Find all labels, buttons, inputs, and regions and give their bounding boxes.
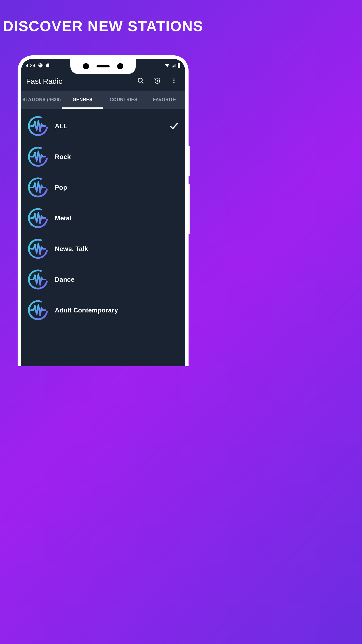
genre-list[interactable]: ALL Rock Pop Metal News, Talk Dance Adul…	[21, 109, 185, 328]
tab-label: COUNTRIES	[110, 97, 138, 102]
svg-point-5	[173, 78, 174, 79]
alarm-button[interactable]	[151, 75, 163, 87]
genre-item[interactable]: ALL	[21, 111, 185, 141]
waveform-icon	[27, 207, 49, 229]
tab-bar: STATIONS (4636)GENRESCOUNTRIESFAVORITE	[21, 91, 185, 109]
promo-headline: DISCOVER NEW STATIONS	[0, 0, 206, 34]
overflow-menu-button[interactable]	[168, 75, 180, 87]
pie-icon	[38, 63, 43, 68]
svg-point-2	[138, 78, 142, 82]
waveform-icon	[27, 238, 49, 260]
phone-mockup: 4:24	[18, 55, 189, 366]
phone-side-button	[189, 146, 190, 176]
phone-side-button	[189, 184, 190, 234]
genre-item[interactable]: News, Talk	[21, 233, 185, 264]
waveform-icon	[27, 177, 49, 198]
svg-point-7	[173, 82, 174, 83]
genre-label: News, Talk	[55, 245, 179, 253]
genre-label: ALL	[55, 122, 163, 130]
svg-line-3	[142, 82, 144, 84]
genre-item[interactable]: Adult Contemporary	[21, 295, 185, 326]
genre-item[interactable]: Rock	[21, 141, 185, 172]
wifi-icon	[164, 63, 170, 68]
signal-icon	[171, 63, 176, 68]
genre-item[interactable]: Pop	[21, 172, 185, 203]
tab-favorite[interactable]: FAVORITE	[144, 91, 185, 109]
tab-label: GENRES	[73, 97, 93, 102]
genre-label: Adult Contemporary	[55, 306, 179, 314]
phone-notch	[70, 59, 136, 74]
svg-point-6	[173, 80, 174, 81]
status-time: 4:24	[26, 63, 35, 68]
tab-stations-4636-[interactable]: STATIONS (4636)	[21, 91, 62, 109]
tab-label: STATIONS (4636)	[22, 97, 61, 102]
waveform-icon	[27, 115, 49, 137]
waveform-icon	[27, 146, 49, 168]
genre-item[interactable]: Dance	[21, 264, 185, 295]
check-icon	[169, 121, 179, 131]
app-title: Fast Radio	[26, 77, 130, 86]
waveform-icon	[27, 299, 49, 321]
genre-label: Rock	[55, 153, 179, 161]
app-bar: Fast Radio	[21, 72, 185, 91]
alarm-clock-icon	[154, 77, 161, 85]
genre-label: Dance	[55, 276, 179, 284]
more-vert-icon	[171, 77, 177, 85]
tab-countries[interactable]: COUNTRIES	[103, 91, 144, 109]
tab-genres[interactable]: GENRES	[62, 91, 103, 109]
sd-card-icon	[46, 63, 50, 68]
search-button[interactable]	[135, 75, 147, 87]
svg-rect-1	[178, 63, 180, 64]
svg-rect-0	[178, 63, 180, 68]
search-icon	[137, 77, 144, 85]
tab-label: FAVORITE	[153, 97, 176, 102]
waveform-icon	[27, 269, 49, 290]
genre-label: Pop	[55, 184, 179, 191]
genre-item[interactable]: Metal	[21, 203, 185, 233]
genre-label: Metal	[55, 214, 179, 222]
battery-icon	[177, 63, 180, 68]
